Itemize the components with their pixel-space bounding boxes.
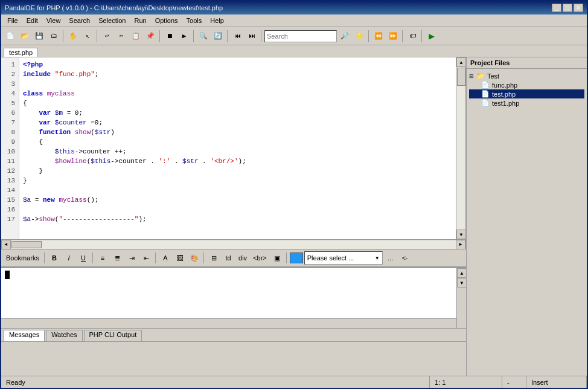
- run-green-button[interactable]: ▶: [425, 30, 438, 43]
- editor-and-project: 1 2 3 4 5 6 7 8 9 10 11 12 13: [1, 57, 587, 376]
- tag-select[interactable]: Please select ... ▼: [304, 251, 383, 265]
- image-button[interactable]: 🖼: [173, 251, 187, 265]
- scroll-track-h: [11, 240, 456, 249]
- tree-file-func-php[interactable]: 📄 func.php: [469, 80, 584, 89]
- toolbar-sep-8: [402, 30, 403, 42]
- more-button[interactable]: ...: [384, 251, 397, 265]
- scroll-track: [456, 67, 465, 230]
- select-tool-button[interactable]: ↖: [81, 30, 94, 43]
- vertical-scrollbar[interactable]: ▲ ▼: [456, 57, 465, 239]
- bottom-scroll-down[interactable]: ▼: [457, 278, 466, 288]
- bottom-vertical-scrollbar[interactable]: ▲ ▼: [456, 268, 466, 328]
- save-all-button[interactable]: 🗂: [47, 30, 60, 43]
- scroll-down-button[interactable]: ▼: [456, 230, 465, 239]
- search-input[interactable]: [264, 30, 337, 42]
- horizontal-scrollbar[interactable]: ◄ ►: [1, 239, 465, 249]
- title-text: PandaIDE for PHP ( v1.0.0 ) - C:\Users\c…: [5, 4, 223, 11]
- toolbar-sep-9: [421, 30, 423, 42]
- bookmark-button[interactable]: ⭐: [353, 30, 366, 43]
- menu-edit[interactable]: Edit: [23, 16, 42, 25]
- scroll-up-button[interactable]: ▲: [456, 57, 465, 67]
- tag-select-label: Please select ...: [307, 254, 354, 262]
- bold-button[interactable]: B: [48, 251, 61, 265]
- debug-next-button[interactable]: ⏭: [245, 30, 258, 43]
- file-label: test.php: [492, 91, 516, 98]
- minimize-button[interactable]: _: [552, 4, 561, 12]
- toolbar: 📄 📂 💾 🗂 ✋ ↖ ↩ ✂ 📋 📌 ⏹ ▶ 🔍 🔄 ⏮ ⏭ 🔎 ⭐ ⏪ ⏩ …: [1, 27, 587, 45]
- debug-prev-button[interactable]: ⏮: [231, 30, 244, 43]
- angle-button[interactable]: <-: [398, 251, 412, 265]
- table-button[interactable]: ⊞: [207, 251, 220, 265]
- tab-test-php[interactable]: test.php: [4, 48, 38, 57]
- left-side: 1 2 3 4 5 6 7 8 9 10 11 12 13: [1, 57, 466, 376]
- scroll-right-button[interactable]: ►: [456, 240, 465, 249]
- prev-occurrence-button[interactable]: ⏪: [372, 30, 385, 43]
- menu-options[interactable]: Options: [152, 16, 182, 25]
- code-editor[interactable]: <?php include "func.php"; class myclass …: [19, 57, 456, 239]
- run-stop-button[interactable]: ⏹: [163, 30, 176, 43]
- close-button[interactable]: ✕: [574, 4, 583, 12]
- save-button[interactable]: 💾: [33, 30, 46, 43]
- file-icon: 📄: [481, 81, 490, 89]
- tree-file-test1-php[interactable]: 📄 test1.php: [469, 98, 584, 108]
- menu-file[interactable]: File: [4, 16, 22, 25]
- unordered-list-button[interactable]: ≣: [110, 251, 124, 265]
- italic-button[interactable]: I: [62, 251, 75, 265]
- font-button[interactable]: A: [159, 251, 172, 265]
- fmt-sep-3: [155, 252, 156, 263]
- tab-watches[interactable]: Watches: [46, 330, 82, 341]
- td-button[interactable]: td: [222, 251, 235, 265]
- tree-folder-test[interactable]: ⊟ 📁 Test: [469, 71, 584, 80]
- color-picker-button[interactable]: 🎨: [188, 251, 201, 265]
- find-button[interactable]: 🔍: [197, 30, 210, 43]
- toolbar-sep-6: [261, 30, 262, 42]
- bottom-horizontal-scrollbar[interactable]: [1, 318, 456, 328]
- project-files-header: Project Files: [467, 57, 587, 69]
- bottom-scroll-up[interactable]: ▲: [457, 268, 466, 278]
- underline-button[interactable]: U: [77, 251, 90, 265]
- next-occurrence-button[interactable]: ⏩: [386, 30, 400, 43]
- menu-search[interactable]: Search: [65, 16, 94, 25]
- open-file-button[interactable]: 📂: [18, 30, 31, 43]
- file-label: func.php: [492, 82, 517, 89]
- cut-button[interactable]: ✂: [115, 30, 128, 43]
- search-go-button[interactable]: 🔎: [338, 30, 351, 43]
- div-button[interactable]: div: [236, 251, 249, 265]
- misc-button[interactable]: ▣: [270, 251, 284, 265]
- line-num: 9: [4, 137, 15, 147]
- editor-pane: 1 2 3 4 5 6 7 8 9 10 11 12 13: [1, 57, 466, 249]
- menu-bar: File Edit View Search Selection Run Opti…: [1, 14, 587, 27]
- outdent-button[interactable]: ⇤: [139, 251, 153, 265]
- undo-button[interactable]: ↩: [100, 30, 113, 43]
- scroll-thumb[interactable]: [457, 68, 465, 86]
- br-button[interactable]: <br>: [251, 251, 269, 265]
- paste-button[interactable]: 📌: [144, 30, 157, 43]
- maximize-button[interactable]: □: [563, 4, 572, 12]
- menu-tools[interactable]: Tools: [183, 16, 206, 25]
- tab-php-cli-output[interactable]: PHP CLI Output: [84, 330, 142, 341]
- line-num: 2: [4, 69, 15, 79]
- bookmark-list-button[interactable]: 🏷: [406, 30, 419, 43]
- scroll-left-button[interactable]: ◄: [1, 240, 11, 249]
- new-file-button[interactable]: 📄: [4, 30, 17, 43]
- replace-button[interactable]: 🔄: [211, 30, 225, 43]
- scroll-thumb-h[interactable]: [11, 241, 42, 248]
- ordered-list-button[interactable]: ≡: [96, 251, 109, 265]
- bottom-editor[interactable]: ▲ ▼: [1, 268, 466, 329]
- copy-button[interactable]: 📋: [129, 30, 142, 43]
- color-button[interactable]: [290, 252, 303, 263]
- indent-button[interactable]: ⇥: [125, 251, 138, 265]
- menu-selection[interactable]: Selection: [95, 16, 129, 25]
- menu-view[interactable]: View: [43, 16, 65, 25]
- tree-file-test-php[interactable]: 📄 test.php: [469, 89, 584, 98]
- hand-tool-button[interactable]: ✋: [66, 30, 80, 43]
- line-num: 10: [4, 147, 15, 156]
- run-all-button[interactable]: ▶: [177, 30, 191, 43]
- tab-messages[interactable]: Messages: [4, 330, 45, 341]
- bookmarks-button[interactable]: Bookmarks: [4, 251, 42, 265]
- menu-run[interactable]: Run: [130, 16, 150, 25]
- select-dropdown-arrow: ▼: [375, 256, 380, 261]
- tab-bar: test.php: [1, 45, 587, 57]
- menu-help[interactable]: Help: [206, 16, 228, 25]
- status-separator: -: [502, 376, 526, 388]
